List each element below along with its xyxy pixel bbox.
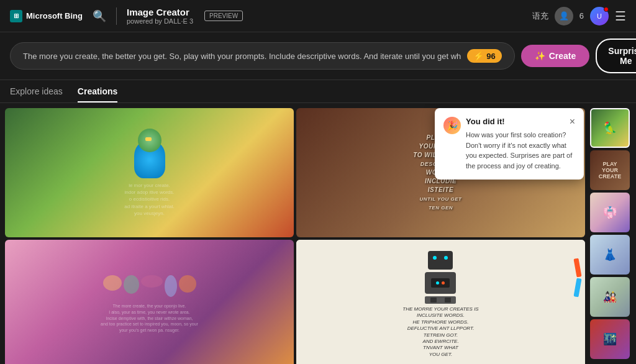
coins-count: 96 — [486, 52, 495, 61]
create-button[interactable]: ✨ Create — [521, 45, 590, 67]
header-right: 语充 👤 6 U ☰ — [532, 7, 626, 25]
thumbnail-6[interactable]: 🌃 — [590, 319, 630, 359]
create-label: Create — [549, 51, 576, 61]
tab-creations[interactable]: Creations — [78, 86, 118, 102]
tooltip-title: You did it! — [466, 117, 505, 126]
robot-text: THE MORRE YOUR CREATES ISINCLUSITE WORDS… — [402, 306, 478, 358]
tooltip: 🎉 You did it! × How was your first solo … — [435, 108, 584, 180]
tooltip-icon: 🎉 — [443, 117, 461, 134]
tooltip-body: How was your first solo creation? Don't … — [466, 130, 575, 171]
header-title: Image Creator powered by DALL·E 3 — [127, 7, 193, 25]
header-divider — [116, 7, 117, 25]
image-creator-title: Image Creator — [127, 7, 193, 17]
grid-image-1[interactable]: le mor your create.indor adop itive word… — [5, 108, 294, 237]
main-content: le mor your create.indor adop itive word… — [0, 103, 636, 364]
thumbnail-1[interactable]: 🦜 — [590, 108, 630, 148]
notification-dot — [604, 7, 609, 12]
surprise-button[interactable]: Surprise Me — [596, 39, 636, 73]
thumbnail-sidebar: 🦜 PLAYYOURCREATE 👘 👗 🎎 🌃 — [590, 103, 636, 364]
points-count: 6 — [579, 11, 584, 20]
language-button[interactable]: 语充 — [532, 11, 548, 22]
thumbnail-2[interactable]: PLAYYOURCREATE — [590, 150, 630, 190]
bing-logo[interactable]: ⊞ Microsoft Bing — [10, 10, 83, 22]
create-icon: ✨ — [535, 51, 545, 61]
coins-badge: ⚡ 96 — [467, 49, 501, 63]
tooltip-close[interactable]: × — [570, 117, 575, 127]
tab-explore[interactable]: Explore ideas — [10, 86, 63, 102]
lightning-icon: ⚡ — [473, 51, 484, 61]
prompt-input[interactable]: The more you create, the better you get.… — [23, 52, 461, 61]
account-icon[interactable]: 👤 — [555, 7, 573, 25]
search-icon[interactable]: 🔍 — [93, 9, 106, 23]
user-avatar[interactable]: U — [590, 7, 609, 25]
bing-logo-text: Microsoft Bing — [26, 11, 83, 20]
prompt-bar: The more you create, the better you get.… — [0, 32, 636, 80]
grid-image-4[interactable]: THE MORRE YOUR CREATES ISINCLUSITE WORDS… — [296, 240, 585, 364]
preview-badge: PREVIEW — [204, 11, 243, 21]
header: ⊞ Microsoft Bing 🔍 Image Creator powered… — [0, 0, 636, 32]
prompt-input-wrap[interactable]: The more you create, the better you get.… — [10, 42, 515, 70]
dall-e-subtitle: powered by DALL·E 3 — [127, 17, 193, 25]
thumbnail-5[interactable]: 🎎 — [590, 277, 630, 317]
grid-image-3[interactable]: The more create, the your oponjo live.I … — [5, 240, 294, 364]
bing-logo-icon: ⊞ — [10, 10, 22, 22]
thumbnail-4[interactable]: 👗 — [590, 235, 630, 275]
menu-button[interactable]: ☰ — [615, 9, 626, 24]
tabs-bar: Explore ideas Creations — [0, 80, 636, 103]
thumbnail-3[interactable]: 👘 — [590, 193, 630, 232]
